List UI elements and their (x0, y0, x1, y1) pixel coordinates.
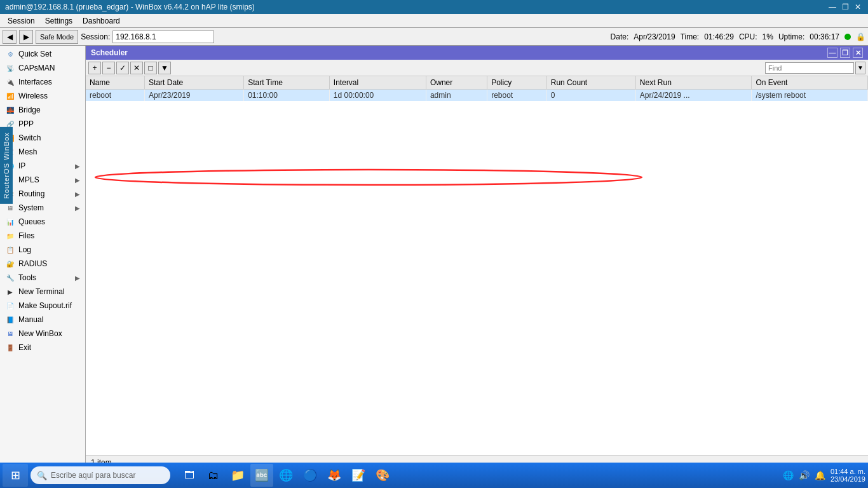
volume-icon[interactable]: 🔊 (799, 470, 810, 480)
mpls-arrow: ▶ (75, 177, 80, 184)
taskbar-task-view[interactable]: 🗔 (178, 464, 201, 487)
cell-next-run: Apr/24/2019 ... (635, 90, 752, 102)
sidebar-item-switch[interactable]: 🔀 Switch (0, 131, 85, 145)
sidebar-item-files[interactable]: 📁 Files (0, 229, 85, 243)
uptime-label: Uptime: (778, 32, 804, 41)
taskbar-chrome[interactable]: 🔵 (299, 464, 322, 487)
col-start-date[interactable]: Start Date (145, 76, 244, 90)
col-start-time[interactable]: Start Time (244, 76, 330, 90)
sidebar-label-make-supout: Make Supout.rif (18, 301, 72, 310)
cell-start-date: Apr/23/2019 (145, 90, 244, 102)
firefox-icon: 🦊 (327, 468, 341, 482)
folder-icon: 📁 (231, 468, 245, 482)
taskbar-apps: 🗔 🗂 📁 🔤 🌐 🔵 🦊 📝 🎨 (178, 464, 394, 487)
col-owner[interactable]: Owner (426, 76, 487, 90)
maximize-button[interactable]: ❐ (840, 2, 850, 12)
col-name[interactable]: Name (86, 76, 145, 90)
connection-status-dot (844, 34, 851, 40)
col-policy[interactable]: Policy (487, 76, 547, 90)
sidebar-item-new-winbox[interactable]: 🖥 New WinBox (0, 327, 85, 341)
notification-icon[interactable]: 🔔 (815, 470, 825, 480)
taskbar-clock[interactable]: 01:44 a. m. 23/04/2019 (831, 468, 865, 483)
forward-button[interactable]: ▶ (19, 30, 33, 44)
menu-dashboard[interactable]: Dashboard (78, 15, 125, 27)
menu-session[interactable]: Session (3, 15, 40, 27)
sidebar-item-manual[interactable]: 📘 Manual (0, 313, 85, 327)
sidebar-label-quick-set: Quick Set (18, 50, 51, 58)
taskbar-word[interactable]: 📝 (347, 464, 370, 487)
col-next-run[interactable]: Next Run (635, 76, 752, 90)
make-supout-icon: 📄 (5, 301, 15, 311)
menu-settings[interactable]: Settings (40, 15, 78, 27)
col-run-count[interactable]: Run Count (546, 76, 635, 90)
sidebar-item-new-terminal[interactable]: ▶ New Terminal (0, 285, 85, 299)
sidebar-item-exit[interactable]: 🚪 Exit (0, 341, 85, 355)
safe-mode-button[interactable]: Safe Mode (36, 30, 78, 44)
sidebar-item-wireless[interactable]: 📶 Wireless (0, 89, 85, 103)
sidebar-item-mesh[interactable]: 🕸 Mesh (0, 145, 85, 159)
sidebar-item-log[interactable]: 📋 Log (0, 243, 85, 257)
minimize-button[interactable]: — (827, 2, 837, 12)
back-button[interactable]: ◀ (3, 30, 17, 44)
enable-button[interactable]: ✓ (116, 62, 129, 74)
status-bar-top: Date: Apr/23/2019 Time: 01:46:29 CPU: 1%… (611, 32, 865, 41)
sidebar-item-queues[interactable]: 📊 Queues (0, 215, 85, 229)
taskbar-firefox[interactable]: 🦊 (323, 464, 346, 487)
taskbar-folder[interactable]: 📁 (226, 464, 249, 487)
panel-maximize-button[interactable]: ❐ (840, 48, 850, 58)
col-interval[interactable]: Interval (329, 76, 426, 90)
sidebar-label-files: Files (18, 231, 34, 240)
sidebar-label-interfaces: Interfaces (18, 78, 52, 86)
find-dropdown-button[interactable]: ▼ (855, 62, 865, 74)
sidebar-item-ppp[interactable]: 🔗 PPP (0, 117, 85, 131)
sidebar-item-capsman[interactable]: 📡 CAPsMAN (0, 61, 85, 75)
disable-button[interactable]: ✕ (130, 62, 143, 74)
sidebar-item-interfaces[interactable]: 🔌 Interfaces (0, 75, 85, 89)
title-bar: admin@192.168.8.1 (prueba_edgar) - WinBo… (0, 0, 868, 14)
taskbar-edge[interactable]: 🌐 (275, 464, 297, 487)
session-ip-input[interactable] (112, 30, 214, 43)
toolbar: ◀ ▶ Safe Mode Session: Date: Apr/23/2019… (0, 28, 868, 46)
panel-title: Scheduler (91, 48, 128, 57)
sidebar-label-system: System (18, 203, 44, 212)
find-input[interactable] (765, 62, 854, 74)
start-button[interactable]: ⊞ (3, 464, 28, 487)
taskbar-explorer[interactable]: 🗂 (202, 464, 225, 487)
table-row[interactable]: reboot Apr/23/2019 01:10:00 1d 00:00:00 … (86, 90, 868, 102)
sidebar-item-quick-set[interactable]: ⚙ Quick Set (0, 47, 85, 61)
quick-set-icon: ⚙ (5, 49, 15, 59)
sidebar-item-system[interactable]: 🖥 System ▶ (0, 201, 85, 215)
col-on-event[interactable]: On Event (752, 76, 868, 90)
sidebar-item-routing[interactable]: 🗺 Routing ▶ (0, 187, 85, 201)
copy-button[interactable]: □ (144, 62, 157, 74)
sidebar-label-exit: Exit (18, 343, 31, 352)
sidebar-item-tools[interactable]: 🔧 Tools ▶ (0, 271, 85, 285)
sidebar-item-bridge[interactable]: 🌉 Bridge (0, 103, 85, 117)
panel-collapse-button[interactable]: — (827, 48, 837, 58)
taskbar-search-box[interactable]: 🔍 Escribe aquí para buscar (31, 466, 170, 484)
sidebar-item-make-supout[interactable]: 📄 Make Supout.rif (0, 299, 85, 313)
sidebar-item-ip[interactable]: 🌐 IP ▶ (0, 159, 85, 173)
close-button[interactable]: ✕ (853, 2, 863, 12)
sidebar-label-wireless: Wireless (18, 92, 48, 100)
taskbar-paint[interactable]: 🎨 (371, 464, 394, 487)
add-button[interactable]: + (88, 62, 101, 74)
interfaces-icon: 🔌 (5, 77, 15, 87)
panel-toolbar: + − ✓ ✕ □ ▼ ▼ (86, 60, 868, 76)
capsman-icon: 📡 (5, 63, 15, 73)
radius-icon: 🔐 (5, 259, 15, 269)
taskbar-sublime[interactable]: 🔤 (250, 464, 273, 487)
network-icon[interactable]: 🌐 (783, 470, 794, 480)
sidebar-label-radius: RADIUS (18, 259, 47, 268)
sidebar-label-ppp: PPP (18, 119, 34, 128)
cell-on-event: /system reboot (752, 90, 868, 102)
taskbar-search-icon: 🔍 (37, 471, 47, 480)
filter-button[interactable]: ▼ (158, 62, 171, 74)
paint-icon: 🎨 (376, 468, 390, 482)
chrome-icon: 🔵 (303, 468, 317, 482)
sidebar-label-switch: Switch (18, 133, 41, 142)
sidebar-item-mpls[interactable]: ⟩ MPLS ▶ (0, 173, 85, 187)
sidebar-item-radius[interactable]: 🔐 RADIUS (0, 257, 85, 271)
panel-close-button[interactable]: ✕ (853, 48, 863, 58)
remove-button[interactable]: − (102, 62, 115, 74)
